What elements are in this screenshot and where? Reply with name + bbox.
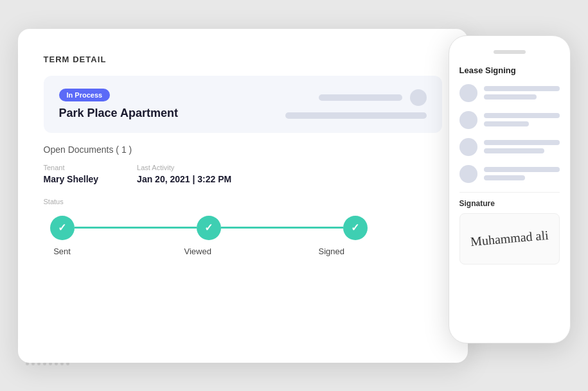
step-circle-signed	[343, 216, 368, 240]
phone-title: Lease Signing	[459, 65, 560, 75]
step-circle-viewed	[197, 216, 221, 240]
status-section-label: Status	[44, 198, 442, 205]
phone-signature-text: Muhammad ali	[470, 228, 549, 250]
tablet-card: TERM DETAIL In Process Park Place Apartm…	[18, 29, 468, 363]
phone-avatar-4	[459, 165, 477, 183]
page-title: TERM DETAIL	[44, 55, 442, 64]
phone-list-item-2	[459, 111, 560, 129]
step-labels: Sent Viewed Signed	[44, 247, 442, 256]
placeholder-bar-2	[285, 112, 427, 119]
phone-list-item-1	[459, 84, 560, 102]
phone-list-item-3	[459, 138, 560, 156]
phone-text-lines-4	[484, 167, 560, 180]
phone-signature-label: Signature	[459, 199, 560, 208]
open-docs-label: Open Documents ( 1 )	[44, 144, 442, 155]
phone-avatar-2	[459, 111, 477, 129]
checkmark-viewed	[204, 222, 213, 234]
step-label-signed: Signed	[319, 247, 343, 256]
progress-track	[44, 216, 442, 240]
phone-divider	[459, 192, 560, 193]
activity-info: Last Activity Jan 20, 2021 | 3:22 PM	[137, 164, 231, 185]
phone-text-lines-2	[484, 113, 560, 126]
phone-line-3b	[484, 148, 544, 153]
phone-text-lines-3	[484, 140, 560, 153]
placeholder-circle	[410, 89, 427, 106]
step-circle-sent	[50, 216, 75, 240]
step-label-sent: Sent	[50, 247, 75, 256]
phone-avatar-1	[459, 84, 477, 102]
phone-line-3a	[484, 140, 560, 145]
card-left: In Process Park Place Apartment	[59, 89, 178, 120]
placeholder-bar-1	[319, 94, 402, 101]
step-sent	[50, 216, 75, 240]
phone-line-1a	[484, 86, 560, 91]
checkmark-sent	[58, 222, 66, 234]
step-label-viewed: Viewed	[184, 247, 209, 256]
phone-line-4a	[484, 167, 560, 172]
card-right-row1	[191, 89, 427, 106]
outer-wrapper: TERM DETAIL In Process Park Place Apartm…	[18, 16, 571, 376]
phone-line-4b	[484, 175, 526, 180]
property-name: Park Place Apartment	[59, 107, 178, 120]
step-viewed	[197, 216, 221, 240]
tenant-label: Tenant	[44, 164, 99, 171]
checkmark-signed	[351, 222, 359, 234]
step-line-2	[221, 227, 343, 229]
phone-line-1b	[484, 94, 537, 100]
phone-avatar-3	[459, 138, 477, 156]
status-badge: In Process	[59, 89, 111, 101]
phone-mockup: Lease Signing	[449, 35, 571, 343]
step-line-1	[75, 227, 197, 229]
phone-list-item-4	[459, 165, 560, 183]
phone-line-2b	[484, 121, 530, 126]
tenant-name: Mary Shelley	[44, 174, 99, 184]
phone-text-lines-1	[484, 86, 560, 100]
info-row: Tenant Mary Shelley Last Activity Jan 20…	[44, 164, 442, 185]
tenant-info: Tenant Mary Shelley	[44, 164, 99, 185]
phone-signature-box: Muhammad ali	[459, 213, 560, 265]
card-right-row2	[191, 112, 427, 119]
step-signed	[343, 216, 368, 240]
activity-label: Last Activity	[137, 164, 231, 171]
card-right	[191, 89, 427, 119]
phone-notch	[494, 50, 526, 54]
property-card: In Process Park Place Apartment	[44, 76, 442, 133]
phone-line-2a	[484, 113, 560, 118]
activity-value: Jan 20, 2021 | 3:22 PM	[137, 174, 231, 184]
